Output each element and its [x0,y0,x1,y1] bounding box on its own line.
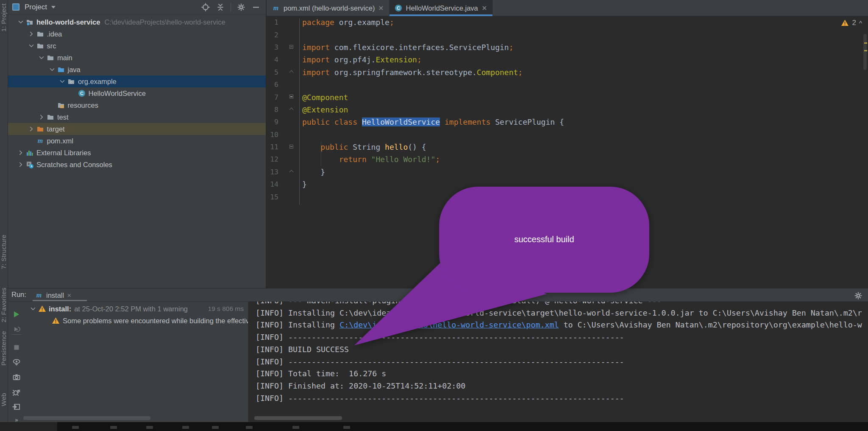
gutter-row[interactable]: 12 [267,153,299,165]
run-node-install[interactable]: install:at 25-Oct-20 2:52 PM with 1 warn… [25,303,248,315]
console-hscrollbar[interactable] [254,416,342,420]
code-editor[interactable]: 123456789101112131415 package org.exampl… [267,16,868,288]
chevron-down-icon[interactable] [37,54,46,61]
project-panel-title[interactable]: Project [25,3,47,11]
gutter-row[interactable]: 5 [267,66,299,78]
stop-button[interactable] [12,343,21,352]
collapse-all-icon[interactable] [216,3,225,12]
restore-layout-button[interactable] [12,403,21,411]
code-token: ; [417,55,422,64]
gutter-row[interactable]: 6 [267,78,299,91]
screenshot-camera-button[interactable] [12,373,21,381]
project-tree-row-main[interactable]: main [8,52,266,64]
gear-icon[interactable] [854,291,863,300]
gutter-row[interactable]: 7 [267,91,299,103]
fold-start-icon[interactable] [289,95,293,98]
editor-tab-pom-xml[interactable]: mpom.xml (hello-world-service) [267,0,389,16]
code-line-12[interactable]: return "Hello World!"; [302,153,868,165]
code-line-9[interactable]: public class HelloWorldService implement… [302,116,868,128]
gutter-row[interactable]: 9 [267,116,299,128]
close-icon[interactable] [378,5,384,11]
fold-end-icon[interactable] [289,107,294,112]
run-console[interactable]: [INFO] --- maven-install-plugin:2.4:inst… [248,302,868,422]
project-tree-row-java[interactable]: java [8,64,266,76]
mute-bug-button[interactable] [12,388,21,397]
code-line-1[interactable]: package org.example; [302,16,868,28]
gutter-row[interactable]: 14 [267,178,299,190]
chevron-right-icon[interactable] [16,161,25,168]
gutter-row[interactable]: 3 [267,41,299,53]
chevron-right-icon[interactable] [16,149,25,156]
stripe-button-web[interactable]: Web [0,393,8,406]
gutter-row[interactable]: 11 [267,141,299,153]
project-tree-row-hello-world-service[interactable]: hello-world-serviceC:\dev\ideaProjects\h… [8,16,266,28]
stripe-button-2-favorites[interactable]: 2: Favorites [0,288,8,322]
code-line-2[interactable] [302,28,868,41]
code-token [302,155,339,164]
code-line-14[interactable]: } [302,178,868,190]
warning-stripe-mark[interactable] [864,42,867,44]
close-icon[interactable]: × [67,292,71,299]
code-line-4[interactable]: import org.pf4j.Extension; [302,53,868,66]
chevron-down-icon[interactable] [51,6,56,8]
stripe-button-persistence[interactable]: Persistence [0,331,8,366]
fold-end-icon[interactable] [289,170,294,174]
code-line-10[interactable] [302,129,868,141]
locate-icon[interactable] [201,3,210,12]
chevron-down-icon[interactable] [28,305,38,312]
code-line-7[interactable]: @Component [302,91,868,103]
inspection-widget[interactable]: 2 ^ [841,19,862,27]
project-tree-row-target[interactable]: target [8,123,266,135]
code-line-11[interactable]: public String hello() { [302,141,868,153]
code-line-5[interactable]: import org.springframework.stereotype.Co… [302,66,868,78]
chevron-down-icon[interactable] [27,42,36,49]
project-tree-row-test[interactable]: test [8,111,266,123]
code-line-13[interactable]: } [302,166,868,178]
code-line-15[interactable] [302,190,868,203]
code-lines[interactable]: package org.example;import com.flexicore… [302,16,868,203]
fold-start-icon[interactable] [289,145,293,148]
chevron-right-icon[interactable] [27,126,36,132]
project-tree-row-org-example[interactable]: org.example [8,76,266,87]
editor-gutter[interactable]: 123456789101112131415 [267,16,299,203]
gutter-row[interactable]: 13 [267,166,299,178]
rerun-gray-button[interactable] [12,325,21,333]
stripe-button-1-project[interactable]: 1: Project [0,3,8,31]
code-line-6[interactable] [302,78,868,91]
chevron-down-icon[interactable] [47,66,57,73]
console-file-link[interactable]: C:\dev\ideaProjects\hello-world-service\… [339,320,559,329]
chevron-down-icon[interactable] [16,19,25,25]
project-tree-row-src[interactable]: src [8,40,266,52]
project-tree-row-pom-xml[interactable]: mpom.xml [8,135,266,147]
gutter-row[interactable]: 15 [267,190,299,203]
chevron-up-icon[interactable]: ^ [859,20,862,27]
hide-icon[interactable] [251,3,261,12]
fold-end-icon[interactable] [289,70,294,74]
project-tree-row-resources[interactable]: resources [8,99,266,111]
project-tree-row-external-libraries[interactable]: External Libraries [8,147,266,159]
code-line-8[interactable]: @Extension [302,104,868,116]
chevron-right-icon[interactable] [37,114,46,120]
run-node-warning-message[interactable]: Some problems were encountered while bui… [25,315,248,327]
code-line-3[interactable]: import com.flexicore.interfaces.ServiceP… [302,41,868,53]
gutter-row[interactable]: 10 [267,129,299,141]
chevron-down-icon[interactable] [58,78,67,85]
gutter-row[interactable]: 8 [267,104,299,116]
project-tree-row--idea[interactable]: .idea [8,28,266,40]
editor-scrollbar[interactable] [863,34,867,70]
tree-hscrollbar[interactable] [23,416,150,420]
editor-tab-helloworldservice-java[interactable]: CHelloWorldService.java [389,0,492,16]
warning-stripe-mark[interactable] [864,50,867,51]
gutter-row[interactable]: 1 [267,16,299,28]
rerun-button[interactable] [12,310,21,319]
show-options-eye-button[interactable] [12,358,21,366]
project-tree-row-scratches-and-consoles[interactable]: Scratches and Consoles [8,159,266,171]
settings-icon[interactable] [236,3,246,12]
stripe-button-7-structure[interactable]: 7: Structure [0,235,8,269]
chevron-right-icon[interactable] [27,31,36,37]
fold-start-icon[interactable] [289,45,293,49]
gutter-row[interactable]: 4 [267,53,299,66]
gutter-row[interactable]: 2 [267,28,299,41]
project-tree-row-helloworldservice[interactable]: CHelloWorldService [8,87,266,99]
close-icon[interactable] [481,5,487,11]
